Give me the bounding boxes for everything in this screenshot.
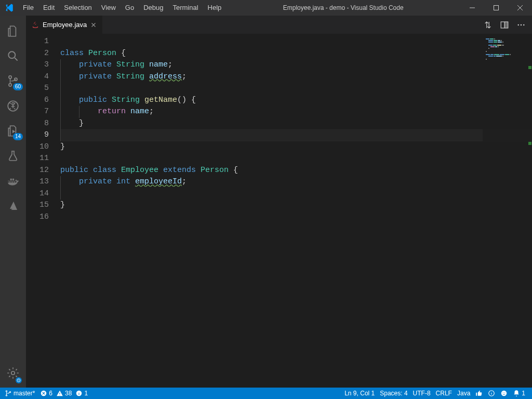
tab-close-icon[interactable] xyxy=(90,21,97,29)
minimap[interactable] xyxy=(483,34,532,388)
status-feedback-icon[interactable] xyxy=(498,388,510,399)
more-actions-icon[interactable] xyxy=(516,20,526,30)
explorer-icon[interactable] xyxy=(0,19,26,44)
search-icon[interactable] xyxy=(0,44,26,69)
status-encoding[interactable]: UTF-8 xyxy=(410,388,433,399)
svg-point-1 xyxy=(8,51,15,58)
branch-name: master* xyxy=(14,390,35,397)
docker-icon[interactable] xyxy=(0,168,26,193)
code-editor[interactable]: 12345678910111213141516 class Person { p… xyxy=(26,34,532,388)
menu-terminal[interactable]: Terminal xyxy=(168,0,203,16)
debug-icon[interactable] xyxy=(0,94,26,118)
beaker-icon[interactable] xyxy=(0,143,26,168)
status-branch[interactable]: master* xyxy=(2,388,37,399)
svg-point-21 xyxy=(503,392,503,393)
overview-ruler[interactable] xyxy=(526,34,532,388)
info-icon xyxy=(75,390,83,397)
menu-view[interactable]: View xyxy=(97,0,121,16)
svg-point-15 xyxy=(6,395,7,396)
svg-rect-0 xyxy=(494,6,499,10)
status-info-icon[interactable] xyxy=(485,388,498,399)
editor-actions xyxy=(477,16,532,34)
svg-point-22 xyxy=(504,392,505,393)
source-control-icon[interactable]: 60 xyxy=(0,69,26,94)
editor-area: Employee.java 12345678910111213141516 cl… xyxy=(26,16,532,388)
status-language[interactable]: Java xyxy=(455,388,473,399)
menu-bar: FileEditSelectionViewGoDebugTerminalHelp xyxy=(18,0,226,16)
menu-selection[interactable]: Selection xyxy=(59,0,96,16)
tab-label: Employee.java xyxy=(43,21,87,29)
settings-sync-badge-icon xyxy=(16,377,22,383)
svg-point-2 xyxy=(9,76,11,78)
tab-employee-java[interactable]: Employee.java xyxy=(26,16,103,34)
svg-point-20 xyxy=(501,391,507,396)
svg-point-13 xyxy=(523,24,525,25)
line-number-gutter: 12345678910111213141516 xyxy=(26,34,60,388)
status-cursor-position[interactable]: Ln 9, Col 1 xyxy=(342,388,377,399)
compare-changes-icon[interactable] xyxy=(483,20,493,30)
status-bar: master* 6 38 1 Ln 9, Col 1 Spaces: 4 UTF… xyxy=(0,388,532,399)
svg-point-11 xyxy=(517,24,519,25)
maximize-button[interactable] xyxy=(484,0,508,16)
error-icon xyxy=(40,390,47,397)
java-file-icon xyxy=(31,21,39,29)
status-notifications[interactable]: 1 xyxy=(510,388,528,399)
svg-point-6 xyxy=(12,103,14,105)
svg-point-7 xyxy=(11,371,15,375)
scm-badge: 60 xyxy=(13,83,23,90)
close-button[interactable] xyxy=(508,0,532,16)
menu-go[interactable]: Go xyxy=(121,0,139,16)
vscode-logo-icon xyxy=(0,3,18,12)
warning-count: 38 xyxy=(65,390,72,397)
settings-gear-icon[interactable] xyxy=(0,361,26,385)
error-count: 6 xyxy=(49,390,52,397)
notification-count: 1 xyxy=(522,390,525,397)
svg-point-3 xyxy=(9,84,11,86)
marker xyxy=(528,142,531,145)
run-tests-icon[interactable]: 14 xyxy=(0,118,26,143)
info-count: 1 xyxy=(84,390,88,397)
code-content[interactable]: class Person { private String name; priv… xyxy=(60,34,532,388)
tests-badge: 14 xyxy=(13,133,23,140)
window-controls xyxy=(460,0,532,16)
marker xyxy=(528,66,531,69)
svg-point-12 xyxy=(521,24,522,25)
status-eol[interactable]: CRLF xyxy=(433,388,455,399)
warning-icon xyxy=(56,390,63,397)
menu-edit[interactable]: Edit xyxy=(38,0,59,16)
svg-rect-10 xyxy=(504,22,508,28)
status-problems[interactable]: 6 38 1 xyxy=(37,388,90,399)
window-title: Employee.java - demo - Visual Studio Cod… xyxy=(226,0,460,16)
minimize-button[interactable] xyxy=(460,0,484,16)
menu-debug[interactable]: Debug xyxy=(139,0,168,16)
status-indentation[interactable]: Spaces: 4 xyxy=(377,388,410,399)
status-thumbs-up-icon[interactable] xyxy=(473,388,485,399)
menu-help[interactable]: Help xyxy=(203,0,227,16)
tab-bar: Employee.java xyxy=(26,16,532,34)
menu-file[interactable]: File xyxy=(18,0,38,16)
svg-point-14 xyxy=(6,391,7,392)
split-editor-icon[interactable] xyxy=(500,20,509,30)
azure-icon[interactable] xyxy=(0,193,26,218)
activity-bar: 60 14 xyxy=(0,16,26,388)
title-bar: FileEditSelectionViewGoDebugTerminalHelp… xyxy=(0,0,532,16)
